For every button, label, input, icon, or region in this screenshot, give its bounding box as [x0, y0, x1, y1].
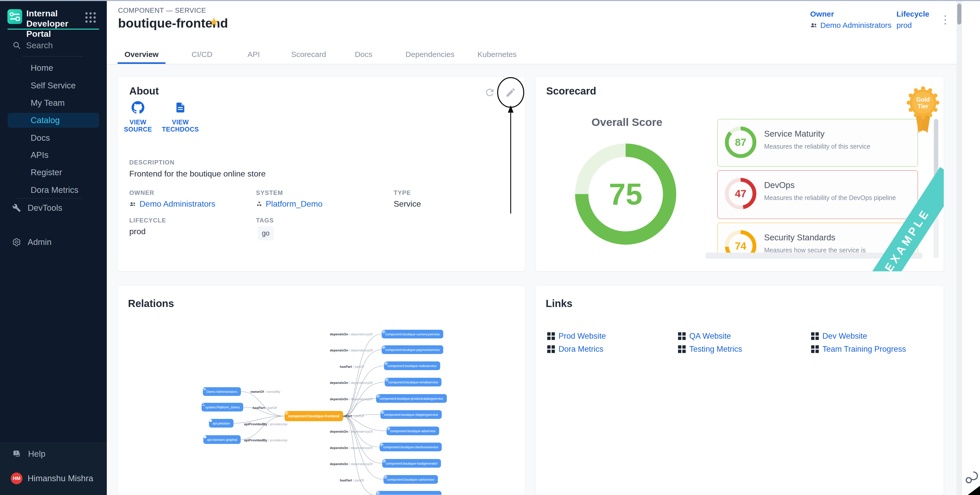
tab-dependencies[interactable]: Dependencies: [398, 45, 462, 63]
edge-label: apiProvidedBy / providesApi: [244, 438, 287, 442]
relation-node-component-boutique-redisservice[interactable]: component:boutique-redisservice: [384, 361, 440, 370]
app-logo-icon[interactable]: [7, 9, 22, 24]
sidebar-item-home[interactable]: Home: [8, 60, 99, 75]
relation-node-component-boutique-checkoutservice[interactable]: component:boutique-checkoutservice: [380, 442, 442, 451]
about-heading: About: [129, 85, 159, 97]
tab-ci-cd[interactable]: CI/CD: [183, 45, 221, 63]
relation-node-component-boutique-frontend[interactable]: component:boutique-frontend: [285, 411, 343, 421]
dashboard-icon: [678, 332, 686, 340]
link-testing-metrics[interactable]: Testing Metrics: [678, 345, 742, 354]
owner-meta[interactable]: Owner Demo Administrators: [810, 10, 891, 30]
sidebar-item-devtools[interactable]: DevTools: [12, 201, 99, 215]
relation-node-component-boutique-emailservice[interactable]: component:boutique-emailservice: [385, 378, 441, 387]
node-label: component:boutique-paymentservice: [385, 348, 440, 352]
node-label: component:boutique-productcatalogservice: [380, 397, 443, 401]
edit-pencil-icon[interactable]: [505, 87, 516, 98]
node-label: system:Platform_Demo: [205, 405, 240, 409]
lifecycle-label: Lifecycle: [896, 10, 929, 18]
link-dora-metrics[interactable]: Dora Metrics: [547, 345, 603, 354]
link-team-training-progress[interactable]: Team Training Progress: [811, 345, 906, 354]
wrench-icon: [12, 204, 21, 212]
sidebar-item-self-service[interactable]: Self Service: [8, 78, 99, 93]
user-profile[interactable]: HM Himanshu Mishra: [11, 471, 103, 485]
metric-list: 87Service MaturityMeasures the reliabili…: [716, 118, 920, 253]
metric-card-service-maturity[interactable]: 87Service MaturityMeasures the reliabili…: [718, 119, 918, 167]
sidebar-item-my-team[interactable]: My Team: [8, 95, 99, 110]
api-icon: [204, 435, 207, 439]
apps-grid-icon[interactable]: [85, 12, 96, 23]
sidebar-item-register[interactable]: Register: [8, 165, 99, 180]
overall-score-label: Overall Score: [576, 116, 678, 129]
link-qa-website[interactable]: QA Website: [678, 331, 731, 341]
page-vertical-scrollbar[interactable]: [956, 1, 962, 495]
metric-description: Measures the reliability of this service: [764, 143, 870, 150]
relation-node-component-boutique-paymentservice[interactable]: component:boutique-paymentservice: [382, 345, 443, 354]
relation-node-component-boutique-cartservice[interactable]: component:boutique-cartservice: [383, 475, 438, 484]
edge-label: dependsOn / dependencyOf: [330, 397, 372, 401]
lifecycle-meta: Lifecycle prod: [896, 10, 929, 30]
component-icon: [382, 459, 386, 463]
node-label: component:boutique-redisservice: [388, 364, 437, 368]
relation-node-component-boutique-shippingservice[interactable]: component:boutique-shippingservice: [380, 410, 442, 419]
link-prod-website[interactable]: Prod Website: [547, 331, 606, 341]
system-field-value[interactable]: Platform_Demo: [256, 199, 322, 209]
node-label: api:starwars-graphql: [207, 438, 237, 442]
relation-node-api-petstore[interactable]: api:petstore: [209, 419, 234, 428]
component-icon: [376, 491, 380, 495]
sidebar-item-admin[interactable]: Admin: [12, 235, 99, 249]
tag-chip[interactable]: go: [258, 226, 274, 240]
sidebar-item-docs[interactable]: Docs: [8, 131, 99, 145]
tab-overview[interactable]: Overview: [118, 45, 165, 63]
sidebar-item-label: DevTools: [28, 203, 62, 213]
links-card: Links Prod WebsiteQA WebsiteDev WebsiteD…: [535, 285, 944, 495]
tab-api[interactable]: API: [240, 45, 268, 63]
owner-value: Demo Administrators: [820, 21, 891, 30]
description-value: Frontend for the boutique online store: [129, 169, 266, 178]
relation-node-demo-administrators[interactable]: Demo Administrators: [203, 387, 241, 396]
chat-widget-icon[interactable]: [964, 470, 979, 485]
tab-docs[interactable]: Docs: [350, 45, 378, 63]
more-options-kebab-icon[interactable]: [940, 12, 950, 28]
refresh-icon[interactable]: [484, 87, 495, 98]
metric-name: Security Standards: [764, 233, 835, 242]
relation-node-system-platform-demo[interactable]: system:Platform_Demo: [202, 403, 243, 411]
lifecycle-field-label: LIFECYCLE: [129, 217, 166, 224]
metric-score: 74: [724, 230, 757, 253]
favorite-star-icon[interactable]: ★: [208, 16, 220, 28]
metric-card-devops[interactable]: 47DevOpsMeasures the reliability of the …: [718, 170, 918, 219]
component-icon: [383, 475, 387, 479]
metric-name: DevOps: [764, 180, 794, 190]
sidebar-item-catalog[interactable]: Catalog: [8, 113, 99, 128]
sidebar-item-label: Admin: [28, 237, 52, 247]
relation-node-component-boutique-loadgenerator[interactable]: component:boutique-loadgenerator: [382, 459, 441, 468]
view-techdocs-action[interactable]: VIEWTECHDOCS: [152, 101, 208, 133]
breadcrumb: COMPONENT — SERVICE: [118, 6, 206, 14]
tab-kubernetes[interactable]: Kubernetes: [469, 45, 525, 63]
relation-node-partial[interactable]: [376, 491, 441, 495]
tags-field-label: TAGS: [256, 217, 274, 224]
type-field-value: Service: [394, 199, 421, 209]
sidebar-item-apis[interactable]: APIs: [8, 148, 99, 162]
link-label: Dev Website: [822, 331, 867, 341]
system-icon: [256, 201, 262, 207]
search-icon: [13, 41, 21, 49]
relation-node-component-boutique-currencyservice[interactable]: component:boutique-currencyservice: [382, 330, 443, 338]
node-label: api:petstore: [213, 422, 230, 425]
link-dev-website[interactable]: Dev Website: [811, 331, 867, 341]
link-label: Prod Website: [558, 331, 606, 341]
tab-scorecard[interactable]: Scorecard: [283, 45, 334, 63]
group-icon: [810, 21, 818, 29]
sidebar-item-dora-metrics[interactable]: Dora Metrics: [8, 183, 99, 197]
sidebar-search[interactable]: Search: [13, 40, 94, 51]
relation-node-component-boutique-productcatalogservice[interactable]: component:boutique-productcatalogservice: [376, 394, 447, 403]
edge-label: dependsOn / dependencyOf: [330, 381, 372, 385]
relation-node-api-starwars-graphql[interactable]: api:starwars-graphql: [204, 435, 241, 444]
owner-field-value[interactable]: Demo Administrators: [129, 199, 215, 209]
relation-node-component-boutique-adservice[interactable]: component:boutique-adservice: [387, 427, 439, 435]
edge-label: dependsOn / dependencyOf: [330, 462, 372, 466]
sidebar-item-help[interactable]: ? Help: [12, 447, 94, 460]
component-icon: [376, 394, 380, 398]
component-icon: [387, 427, 390, 430]
node-label: component:boutique-frontend: [288, 414, 339, 418]
sidebar-accent-divider: [7, 29, 99, 30]
